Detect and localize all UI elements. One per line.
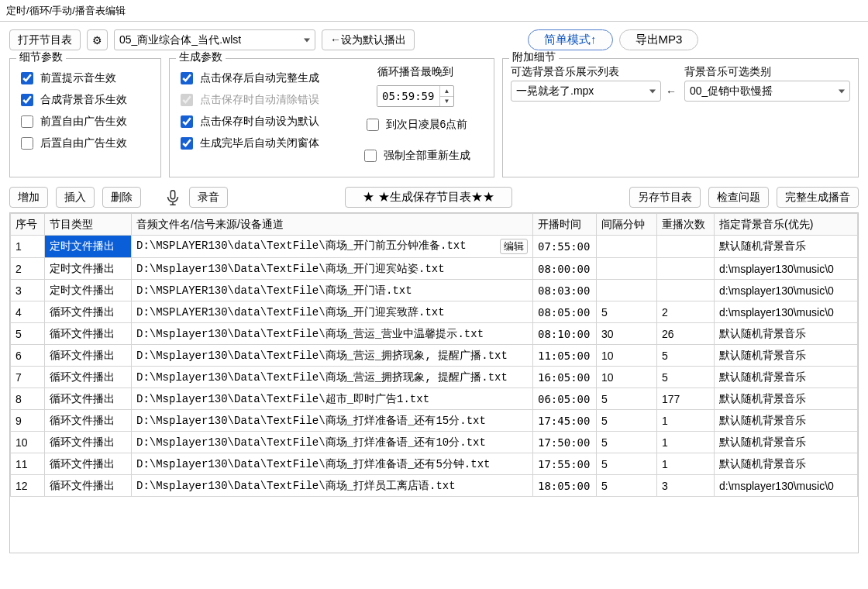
table-row[interactable]: 1定时文件播出D:\MSPLAYER130\data\TextFile\商场_开… xyxy=(11,236,858,258)
arrow-left-icon: ← xyxy=(666,85,677,98)
spin-down-icon[interactable]: ▼ xyxy=(440,97,453,107)
playlist-file-combo[interactable]: 05_商业综合体_当代.wlst xyxy=(114,29,315,50)
check-problems-button[interactable]: 检查问题 xyxy=(708,187,769,208)
pre-hint-checkbox[interactable]: 前置提示音生效 xyxy=(18,70,153,87)
table-row[interactable]: 12循环文件播出D:\Msplayer130\Data\TextFile\商场_… xyxy=(11,475,858,497)
auto-close-checkbox[interactable]: 生成完毕后自动关闭窗体 xyxy=(177,135,337,152)
simple-mode-button[interactable]: 简单模式↑ xyxy=(528,29,613,50)
mic-icon xyxy=(164,189,181,206)
force-regen-checkbox[interactable]: 强制全部重新生成 xyxy=(361,147,470,164)
table-row[interactable]: 7循环文件播出D:\Msplayer130\Data\TextFile\商场_营… xyxy=(11,367,858,388)
post-free-ad-checkbox[interactable]: 后置自由广告生效 xyxy=(18,135,153,152)
synth-bg-checkbox[interactable]: 合成背景音乐生效 xyxy=(18,91,153,108)
table-row[interactable]: 9循环文件播出D:\Msplayer130\Data\TextFile\商场_打… xyxy=(11,410,858,432)
table-row[interactable]: 11循环文件播出D:\Msplayer130\Data\TextFile\商场_… xyxy=(11,453,858,475)
table-row[interactable]: 2定时文件播出D:\Msplayer130\Data\TextFile\商场_开… xyxy=(11,258,858,280)
insert-button[interactable]: 插入 xyxy=(56,187,95,208)
bg-class-label: 背景音乐可选类别 xyxy=(684,65,850,79)
set-default-button[interactable]: ←设为默认播出 xyxy=(322,29,415,50)
optional-bg-list-label: 可选背景音乐展示列表 xyxy=(511,65,677,79)
export-mp3-button[interactable]: 导出MP3 xyxy=(619,29,699,50)
delete-button[interactable]: 删除 xyxy=(102,187,141,208)
playlist-file-value: 05_商业综合体_当代.wlst xyxy=(119,33,241,47)
detail-params-group: 细节参数 前置提示音生效 合成背景音乐生效 前置自由广告生效 后置自由广告生效 xyxy=(9,58,161,177)
latest-time-spinner[interactable]: ▲▼ xyxy=(377,85,454,107)
optional-bg-list-combo[interactable]: 一晃就老了.mpx xyxy=(511,81,661,102)
col-bg[interactable]: 指定背景音乐(优先) xyxy=(715,214,858,236)
col-file[interactable]: 音频文件名/信号来源/设备通道 xyxy=(132,214,533,236)
table-row[interactable]: 6循环文件播出D:\Msplayer130\Data\TextFile\商场_营… xyxy=(11,345,858,367)
col-time[interactable]: 开播时间 xyxy=(533,214,597,236)
full-gen-button[interactable]: 完整生成播音 xyxy=(777,187,859,208)
gen-params-legend: 生成参数 xyxy=(176,50,226,64)
latest-time-input[interactable] xyxy=(377,86,439,106)
col-type[interactable]: 节目类型 xyxy=(45,214,132,236)
star-save-button[interactable]: ★ ★生成保存节目表★★ xyxy=(345,187,512,208)
extra-legend: 附加细节 xyxy=(509,50,559,64)
edit-cell-button[interactable]: 编辑 xyxy=(500,239,528,254)
to-next-6am-checkbox[interactable]: 到次日凌晨6点前 xyxy=(363,116,468,133)
table-row[interactable]: 10循环文件播出D:\Msplayer130\Data\TextFile\商场_… xyxy=(11,432,858,453)
save-as-button[interactable]: 另存节目表 xyxy=(629,187,701,208)
auto-set-default-checkbox[interactable]: 点击保存时自动设为默认 xyxy=(177,113,337,130)
col-idx[interactable]: 序号 xyxy=(11,214,45,236)
spin-up-icon[interactable]: ▲ xyxy=(440,86,453,97)
open-playlist-button[interactable]: 打开节目表 xyxy=(9,29,81,50)
gen-params-group: 生成参数 点击保存后自动完整生成 点击保存时自动清除错误 点击保存时自动设为默认… xyxy=(169,58,494,177)
gear-icon: ⚙ xyxy=(92,34,102,46)
add-button[interactable]: 增加 xyxy=(9,187,48,208)
detail-params-legend: 细节参数 xyxy=(16,50,66,64)
window-title: 定时/循环/手动/播音表编辑 xyxy=(0,0,868,22)
record-button[interactable]: 录音 xyxy=(189,187,228,208)
auto-full-gen-checkbox[interactable]: 点击保存后自动完整生成 xyxy=(177,70,337,87)
loop-latest-label: 循环播音最晚到 xyxy=(377,65,453,79)
col-gap[interactable]: 间隔分钟 xyxy=(597,214,657,236)
settings-button[interactable]: ⚙ xyxy=(87,29,108,50)
table-row[interactable]: 8循环文件播出D:\Msplayer130\Data\TextFile\超市_即… xyxy=(11,388,858,410)
col-rep[interactable]: 重播次数 xyxy=(657,214,715,236)
auto-clear-err-checkbox: 点击保存时自动清除错误 xyxy=(177,91,337,108)
table-row[interactable]: 5循环文件播出D:\Msplayer130\Data\TextFile\商场_营… xyxy=(11,323,858,345)
pre-free-ad-checkbox[interactable]: 前置自由广告生效 xyxy=(18,113,153,130)
table-row[interactable]: 3定时文件播出D:\MSPLAYER130\data\TextFile\商场_开… xyxy=(11,280,858,301)
bg-class-combo[interactable]: 00_促销中歌慢摇 xyxy=(684,81,850,102)
table-row[interactable]: 4循环文件播出D:\MSPLAYER130\data\TextFile\商场_开… xyxy=(11,301,858,323)
grid-header-row: 序号 节目类型 音频文件名/信号来源/设备通道 开播时间 间隔分钟 重播次数 指… xyxy=(11,214,858,236)
playlist-grid[interactable]: 序号 节目类型 音频文件名/信号来源/设备通道 开播时间 间隔分钟 重播次数 指… xyxy=(9,212,859,553)
extra-group: 附加细节 可选背景音乐展示列表 一晃就老了.mpx ← 背景音乐可选类别 00_… xyxy=(502,58,859,177)
